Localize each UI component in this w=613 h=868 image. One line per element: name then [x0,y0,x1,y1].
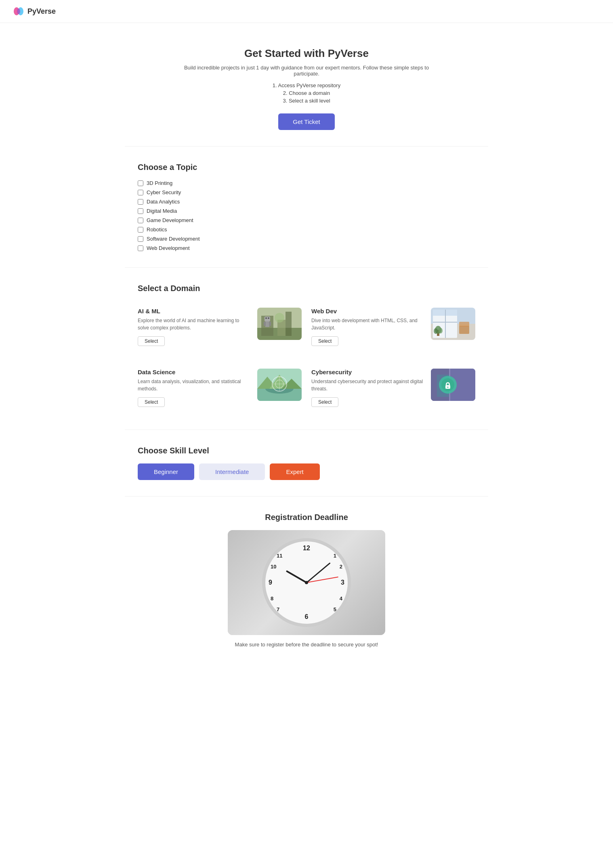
domain-card-data-science-content: Data Science Learn data analysis, visual… [138,369,251,407]
domain-select-cybersecurity[interactable]: Select [311,397,338,407]
domain-desc-ai-ml: Explore the world of AI and machine lear… [138,317,251,331]
topic-item-web-development[interactable]: Web Development [138,245,475,251]
topic-checkbox-web-development[interactable] [138,245,143,251]
domain-image-data-science [257,369,302,401]
navbar: PyVerse [0,0,613,23]
clock-num-2: 2 [340,564,342,570]
domain-grid: AI & ML Explore the world of AI and mach… [138,301,475,413]
topics-section: Choose a Topic 3D Printing Cyber Securit… [125,147,488,267]
domain-card-cybersecurity: Cybersecurity Understand cybersecurity a… [311,362,475,413]
domain-image-web-dev [431,308,475,340]
domain-card-web-dev: Web Dev Dive into web development with H… [311,301,475,352]
get-ticket-button[interactable]: Get Ticket [278,113,335,130]
domain-title-data-science: Data Science [138,369,251,375]
topic-checkbox-game-development[interactable] [138,218,143,223]
domain-select-ai-ml[interactable]: Select [138,336,165,346]
topic-label-data-analytics: Data Analytics [147,199,180,205]
topic-checkbox-cyber-security[interactable] [138,190,143,195]
svg-point-7 [275,313,284,323]
clock-num-11: 11 [277,553,282,559]
svg-rect-20 [433,322,457,323]
brand-logo: PyVerse [13,6,56,17]
svg-rect-21 [459,326,469,334]
topic-item-robotics[interactable]: Robotics [138,226,475,233]
topic-item-software-development[interactable]: Software Development [138,236,475,242]
topic-label-web-development: Web Development [147,245,190,251]
domain-desc-cybersecurity: Understand cybersecurity and protect aga… [311,378,424,392]
domain-desc-web-dev: Dive into web development with HTML, CSS… [311,317,424,331]
domain-card-data-science: Data Science Learn data analysis, visual… [138,362,302,413]
svg-rect-9 [265,317,270,321]
topic-label-3d-printing: 3D Printing [147,180,172,186]
svg-rect-19 [445,310,446,338]
svg-point-26 [439,328,443,333]
brand-name: PyVerse [27,7,56,16]
topic-list: 3D Printing Cyber Security Data Analytic… [138,180,475,251]
clock-num-8: 8 [271,595,273,602]
domain-card-web-dev-content: Web Dev Dive into web development with H… [311,308,424,346]
pyverse-logo-icon [13,6,24,17]
skill-level-heading: Choose Skill Level [138,446,475,455]
topic-item-cyber-security[interactable]: Cyber Security [138,189,475,195]
svg-point-14 [268,317,269,319]
domain-image-ai-ml [257,308,302,340]
topic-label-game-development: Game Development [147,217,193,223]
svg-rect-11 [264,322,266,326]
domain-title-cybersecurity: Cybersecurity [311,369,424,375]
topic-checkbox-data-analytics[interactable] [138,199,143,205]
clock-face: 12 3 6 9 5 7 1 11 2 4 8 10 [262,538,351,627]
topic-checkbox-robotics[interactable] [138,227,143,233]
skill-button-beginner[interactable]: Beginner [138,463,194,480]
hero-steps: 1. Access PyVerse repository 2. Choose a… [173,82,440,104]
topic-checkbox-software-development[interactable] [138,236,143,242]
domain-card-cybersecurity-content: Cybersecurity Understand cybersecurity a… [311,369,424,407]
svg-point-25 [434,328,438,334]
clock-container: 12 3 6 9 5 7 1 11 2 4 8 10 [228,530,385,635]
hero-section: Get Started with PyVerse Build incredibl… [165,23,448,146]
hero-step-3: 3. Select a skill level [173,98,440,104]
clock-num-7: 7 [277,606,279,612]
svg-rect-12 [269,322,271,326]
domain-title-web-dev: Web Dev [311,308,424,314]
clock-center-dot [305,581,308,584]
domain-section: Select a Domain AI & ML Explore the worl… [125,268,488,430]
hero-title: Get Started with PyVerse [173,47,440,60]
skill-buttons-group: Beginner Intermediate Expert [138,463,475,480]
skill-level-section: Choose Skill Level Beginner Intermediate… [125,430,488,496]
hero-description: Build incredible projects in just 1 day … [173,65,440,77]
domain-card-ai-ml-content: AI & ML Explore the world of AI and mach… [138,308,251,346]
clock-num-5: 5 [334,606,336,612]
skill-button-intermediate[interactable]: Intermediate [199,463,265,480]
domain-image-cybersecurity [431,369,475,401]
svg-rect-22 [459,322,469,327]
topic-checkbox-3d-printing[interactable] [138,180,143,186]
deadline-section: Registration Deadline 12 3 6 9 5 7 1 11 … [165,497,448,672]
svg-point-45 [441,378,454,391]
hero-step-2: 2. Choose a domain [173,90,440,96]
deadline-note: Make sure to register before the deadlin… [178,642,435,648]
svg-point-47 [447,387,449,388]
deadline-heading: Registration Deadline [178,513,435,522]
svg-point-13 [265,317,267,319]
domain-desc-data-science: Learn data analysis, visualization, and … [138,378,251,392]
topic-item-data-analytics[interactable]: Data Analytics [138,199,475,205]
hero-step-1: 1. Access PyVerse repository [173,82,440,88]
clock-hour-hand [286,570,307,583]
topic-item-game-development[interactable]: Game Development [138,217,475,223]
clock-num-12: 12 [303,545,310,552]
topic-checkbox-digital-media[interactable] [138,208,143,214]
topic-item-3d-printing[interactable]: 3D Printing [138,180,475,186]
svg-point-2 [17,8,20,14]
topic-item-digital-media[interactable]: Digital Media [138,208,475,214]
clock-num-9: 9 [269,579,272,586]
clock-num-6: 6 [305,613,309,621]
domain-select-web-dev[interactable]: Select [311,336,338,346]
topic-label-robotics: Robotics [147,226,167,233]
skill-button-expert[interactable]: Expert [270,463,319,480]
topic-label-cyber-security: Cyber Security [147,189,181,195]
domain-select-data-science[interactable]: Select [138,397,165,407]
topic-label-digital-media: Digital Media [147,208,177,214]
domain-heading: Select a Domain [138,284,475,293]
svg-rect-8 [286,312,292,336]
domain-card-ai-ml: AI & ML Explore the world of AI and mach… [138,301,302,352]
